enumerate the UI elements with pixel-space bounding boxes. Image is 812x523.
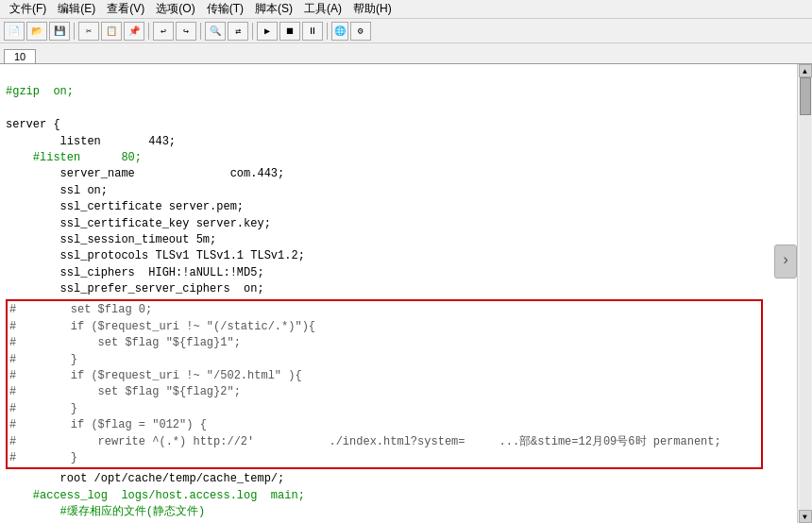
toolbar-paste[interactable]: 📌 <box>124 22 144 41</box>
toolbar-undo[interactable]: ↩ <box>153 22 174 41</box>
code-line: server { <box>6 117 791 133</box>
toolbar-btn7[interactable]: ⏸ <box>302 22 323 41</box>
code-line: ssl_certificate_key server.key; <box>6 216 791 232</box>
scroll-up-arrow[interactable]: ▲ <box>799 64 812 77</box>
highlight-line: # rewrite ^(.*) http://2' ./index.html?s… <box>9 434 759 450</box>
toolbar-sep1 <box>74 23 75 40</box>
scroll-down-arrow[interactable]: ▼ <box>799 510 812 523</box>
toolbar-cut[interactable]: ✂ <box>78 22 99 41</box>
menu-view[interactable]: 查看(V) <box>101 1 150 17</box>
toolbar: 📄 📂 💾 ✂ 📋 📌 ↩ ↪ 🔍 ⇄ ▶ ⏹ ⏸ 🌐 ⚙ <box>0 19 812 43</box>
code-line: listen 443; <box>6 134 791 150</box>
toolbar-btn8[interactable]: 🌐 <box>331 22 348 41</box>
code-line: server_name com.443; <box>6 166 791 182</box>
highlight-line: # set $flag 0; <box>9 302 759 318</box>
code-line: root /opt/cache/temp/cache_temp/; <box>6 471 791 487</box>
vertical-scrollbar[interactable]: ▲ ▼ <box>797 64 812 523</box>
code-line: ssl on; <box>6 183 791 199</box>
code-line: #gzip on; <box>6 84 791 100</box>
toolbar-save[interactable]: 💾 <box>49 22 70 41</box>
scroll-track[interactable] <box>800 77 811 510</box>
highlight-line: # } <box>9 352 759 368</box>
menu-tools[interactable]: 工具(A) <box>298 1 347 17</box>
menu-edit[interactable]: 编辑(E) <box>52 1 101 17</box>
menu-file[interactable]: 文件(F) <box>4 1 52 17</box>
menubar: 文件(F) 编辑(E) 查看(V) 选项(O) 传输(T) 脚本(S) 工具(A… <box>0 0 812 19</box>
code-line: ssl_prefer_server_ciphers on; <box>6 281 791 297</box>
toolbar-open[interactable]: 📂 <box>26 22 47 41</box>
highlight-line: # set $flag "${flag}2"; <box>9 384 759 400</box>
toolbar-btn5[interactable]: ▶ <box>257 22 278 41</box>
toolbar-copy[interactable]: 📋 <box>101 22 122 41</box>
menu-script[interactable]: 脚本(S) <box>249 1 298 17</box>
code-line: ssl_session_timeout 5m; <box>6 232 791 248</box>
menu-transfer[interactable]: 传输(T) <box>201 1 249 17</box>
toolbar-replace[interactable]: ⇄ <box>228 22 248 41</box>
toolbar-sep4 <box>252 23 253 40</box>
code-line: #listen 80; <box>6 150 791 166</box>
scroll-thumb[interactable] <box>800 77 811 115</box>
toolbar-find[interactable]: 🔍 <box>205 22 226 41</box>
toolbar-redo[interactable]: ↪ <box>176 22 196 41</box>
code-editor[interactable]: #gzip on; server { listen 443; #listen 8… <box>0 64 797 523</box>
scroll-right-arrow[interactable]: › <box>774 245 797 278</box>
highlight-line: # } <box>9 450 759 466</box>
code-line <box>6 101 791 117</box>
code-line: ssl_certificate server.pem; <box>6 199 791 215</box>
toolbar-btn6[interactable]: ⏹ <box>279 22 300 41</box>
toolbar-sep5 <box>327 23 328 40</box>
code-line: ssl_protocols TLSv1 TLSv1.1 TLSv1.2; <box>6 248 791 264</box>
highlight-line: # if ($flag = "012") { <box>9 417 759 433</box>
highlighted-block: # set $flag 0; # if ($request_uri !~ "(/… <box>6 299 763 469</box>
main-area: #gzip on; server { listen 443; #listen 8… <box>0 64 812 523</box>
tab-10[interactable]: 10 <box>4 49 36 63</box>
highlight-line: # } <box>9 401 759 417</box>
toolbar-new[interactable]: 📄 <box>4 22 25 41</box>
code-line: #缓存相应的文件(静态文件) <box>6 504 791 520</box>
code-line: #access_log logs/host.access.log main; <box>6 488 791 504</box>
tabbar: 10 <box>0 43 812 64</box>
toolbar-btn9[interactable]: ⚙ <box>350 22 371 41</box>
code-line: ssl_ciphers HIGH:!aNULL:!MD5; <box>6 265 791 281</box>
toolbar-sep3 <box>200 23 201 40</box>
highlight-line: # if ($request_uri !~ "(/static/.*)"){ <box>9 319 759 335</box>
menu-options[interactable]: 选项(O) <box>150 1 200 17</box>
toolbar-sep2 <box>148 23 149 40</box>
highlight-line: # if ($request_uri !~ "/502.html" ){ <box>9 368 759 384</box>
menu-help[interactable]: 帮助(H) <box>347 1 398 17</box>
highlight-line: # set $flag "${flag}1"; <box>9 335 759 351</box>
code-line <box>6 68 791 84</box>
